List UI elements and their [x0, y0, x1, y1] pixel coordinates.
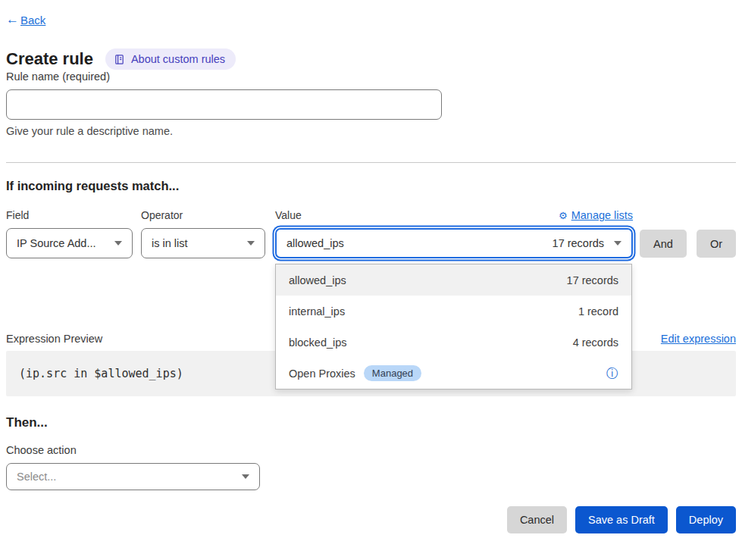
rule-name-label: Rule name (required): [6, 70, 110, 83]
about-pill-label: About custom rules: [131, 53, 225, 65]
value-select-value: allowed_ips: [286, 237, 344, 249]
rule-name-input[interactable]: [6, 89, 442, 120]
create-rule-page: ← Back Create rule About custom rules Ru…: [0, 0, 742, 533]
deploy-button[interactable]: Deploy: [676, 506, 736, 533]
value-label-row: Value ⚙ Manage lists: [275, 209, 633, 221]
chevron-down-icon: [242, 474, 249, 479]
condition-row: Field IP Source Add... Operator is in li…: [6, 209, 736, 258]
list-dropdown-panel: allowed_ips 17 records internal_ips 1 re…: [275, 264, 632, 389]
chevron-down-icon: [247, 241, 255, 246]
edit-expression-link[interactable]: Edit expression: [661, 333, 736, 345]
list-item-name: internal_ips: [289, 305, 345, 318]
list-item-detail: 4 records: [573, 336, 618, 349]
list-item-blocked-ips[interactable]: blocked_ips 4 records: [276, 327, 631, 358]
managed-badge: Managed: [364, 365, 421, 381]
value-column: Value ⚙ Manage lists allowed_ips 17 reco…: [275, 209, 633, 258]
title-row: Create rule About custom rules: [6, 48, 736, 70]
connector-buttons: And Or: [640, 209, 736, 258]
action-select[interactable]: Select...: [6, 463, 260, 490]
back-link[interactable]: ← Back: [6, 12, 736, 27]
section-divider: [6, 162, 736, 163]
value-select[interactable]: allowed_ips 17 records: [275, 228, 633, 258]
and-button[interactable]: And: [640, 230, 687, 258]
info-icon[interactable]: ⓘ: [606, 368, 618, 380]
field-label: Field: [6, 209, 133, 221]
field-select[interactable]: IP Source Add...: [6, 228, 133, 258]
about-custom-rules-link[interactable]: About custom rules: [105, 48, 236, 70]
back-arrow-icon: ←: [6, 12, 19, 27]
expression-preview-label: Expression Preview: [6, 333, 102, 345]
book-icon: [114, 54, 125, 65]
then-section-heading: Then...: [6, 415, 736, 430]
list-item-allowed-ips[interactable]: allowed_ips 17 records: [276, 264, 631, 296]
value-records-count: 17 records: [553, 237, 605, 249]
operator-select[interactable]: is in list: [141, 228, 265, 258]
list-item-name: blocked_ips: [289, 336, 347, 349]
manage-lists-label: Manage lists: [571, 209, 633, 221]
cancel-button[interactable]: Cancel: [507, 506, 567, 533]
footer-actions: Cancel Save as Draft Deploy: [6, 506, 736, 533]
back-link-label: Back: [20, 14, 45, 27]
field-select-value: IP Source Add...: [17, 237, 96, 249]
match-section-heading: If incoming requests match...: [6, 179, 736, 193]
rule-name-helper: Give your rule a descriptive name.: [6, 125, 736, 137]
list-item-left: Open Proxies Managed: [289, 365, 421, 381]
operator-label: Operator: [141, 209, 265, 221]
list-item-detail: 17 records: [567, 274, 619, 286]
operator-column: Operator is in list: [141, 209, 265, 258]
list-item-name: Open Proxies: [289, 368, 355, 380]
chevron-down-icon: [114, 241, 122, 246]
list-item-open-proxies[interactable]: Open Proxies Managed ⓘ: [276, 358, 631, 389]
action-select-placeholder: Select...: [17, 471, 56, 483]
list-item-name: allowed_ips: [289, 274, 346, 286]
list-item-internal-ips[interactable]: internal_ips 1 record: [276, 296, 631, 327]
page-title: Create rule: [6, 49, 93, 69]
value-select-right: 17 records: [553, 237, 622, 249]
field-column: Field IP Source Add...: [6, 209, 133, 258]
save-as-draft-button[interactable]: Save as Draft: [575, 506, 668, 533]
value-label: Value: [275, 209, 302, 221]
operator-select-value: is in list: [152, 237, 188, 249]
manage-lists-link[interactable]: ⚙ Manage lists: [559, 209, 633, 221]
expression-code: (ip.src in $allowed_ips): [19, 367, 183, 380]
or-button[interactable]: Or: [697, 230, 736, 258]
gear-icon: ⚙: [559, 210, 568, 221]
choose-action-label: Choose action: [6, 444, 736, 456]
list-item-detail: 1 record: [578, 305, 618, 318]
chevron-down-icon: [614, 241, 621, 246]
